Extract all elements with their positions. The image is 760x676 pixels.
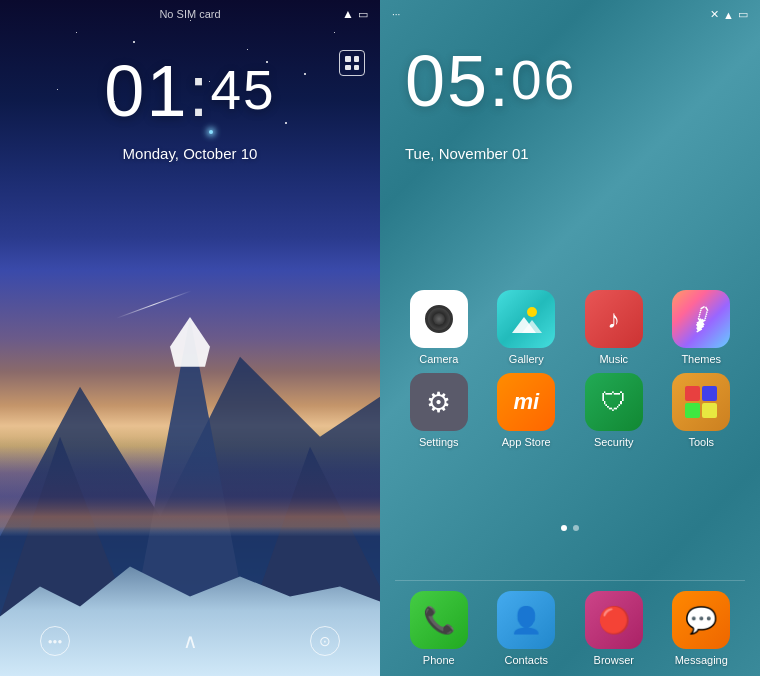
page-dots: [380, 525, 760, 531]
app-item-tools[interactable]: Tools: [662, 373, 740, 448]
camera-app-label: Camera: [419, 353, 458, 365]
gallery-inner: [507, 305, 545, 333]
svg-marker-2: [170, 316, 210, 366]
grid-dot-1: [345, 56, 351, 62]
dock-item-contacts[interactable]: 👤 Contacts: [487, 591, 565, 666]
svg-rect-6: [0, 436, 380, 536]
browser-app-label: Browser: [594, 654, 634, 666]
lock-screen: No SIM card ▲ ▭ 01:45 Monday, October 10…: [0, 0, 380, 676]
dock-item-browser[interactable]: 🔴 Browser: [575, 591, 653, 666]
app-item-gallery[interactable]: Gallery: [487, 290, 565, 365]
appstore-app-icon: mi: [497, 373, 555, 431]
dock-divider: [395, 580, 745, 581]
app-row-2: ⚙ Settings mi App Store 🛡 Security: [395, 373, 745, 448]
app-item-camera[interactable]: Camera: [400, 290, 478, 365]
dock-item-phone[interactable]: 📞 Phone: [400, 591, 478, 666]
grid-dot-3: [345, 65, 351, 71]
tools-cell-4: [702, 403, 717, 418]
app-grid: Camera Gallery ♪ Music: [380, 290, 760, 456]
app-item-settings[interactable]: ⚙ Settings: [400, 373, 478, 448]
right-x-icon: ✕: [710, 8, 719, 21]
home-colon: :: [489, 41, 511, 121]
security-shield-icon: 🛡: [601, 387, 627, 418]
home-hours: 05: [405, 41, 489, 121]
tools-grid-icon: [685, 386, 717, 418]
right-signal-icon: ···: [392, 9, 400, 20]
phone-icon: 📞: [423, 605, 455, 636]
home-date: Tue, November 01: [405, 145, 529, 162]
tools-app-label: Tools: [688, 436, 714, 448]
contacts-icon: 👤: [510, 605, 542, 636]
tools-cell-2: [702, 386, 717, 401]
contacts-app-label: Contacts: [505, 654, 548, 666]
lock-hours: 01: [104, 51, 188, 131]
camera-lens: [425, 305, 453, 333]
camera-circle-icon: ⊙: [319, 633, 331, 649]
messaging-icon: 💬: [685, 605, 717, 636]
gallery-app-icon: [497, 290, 555, 348]
mountain-svg: [0, 237, 380, 676]
app-row-1: Camera Gallery ♪ Music: [395, 290, 745, 365]
page-dot-2: [573, 525, 579, 531]
settings-gear-icon: ⚙: [426, 386, 451, 419]
mi-logo: mi: [513, 389, 539, 415]
music-note-icon: ♪: [607, 304, 620, 335]
messaging-app-label: Messaging: [675, 654, 728, 666]
lock-bottom-controls: ●●● ∧ ⊙: [0, 626, 380, 656]
phone-app-icon: 📞: [410, 591, 468, 649]
lock-colon: :: [188, 51, 210, 131]
lock-date: Monday, October 10: [123, 145, 258, 162]
settings-app-icon: ⚙: [410, 373, 468, 431]
security-app-label: Security: [594, 436, 634, 448]
grid-icon[interactable]: [339, 50, 365, 76]
left-status-icons: ▲ ▭: [342, 7, 368, 21]
contacts-app-icon: 👤: [497, 591, 555, 649]
gallery-sun: [527, 307, 537, 317]
right-status-right: ✕ ▲ ▭: [710, 8, 748, 21]
browser-icon: 🔴: [598, 605, 630, 636]
phone-app-label: Phone: [423, 654, 455, 666]
app-item-appstore[interactable]: mi App Store: [487, 373, 565, 448]
themes-app-icon: 🖌: [672, 290, 730, 348]
dock-row: 📞 Phone 👤 Contacts 🔴 Browser 💬 Messaging: [380, 591, 760, 666]
grid-dot-2: [354, 56, 360, 62]
music-app-label: Music: [599, 353, 628, 365]
lock-time: 01:45: [104, 50, 275, 132]
app-item-music[interactable]: ♪ Music: [575, 290, 653, 365]
home-minutes: 06: [511, 48, 576, 112]
app-item-security[interactable]: 🛡 Security: [575, 373, 653, 448]
home-screen: ··· ✕ ▲ ▭ 05:06 Tue, November 01 Camera: [380, 0, 760, 676]
up-arrow-icon: ∧: [183, 630, 198, 652]
music-app-icon: ♪: [585, 290, 643, 348]
dock-item-messaging[interactable]: 💬 Messaging: [662, 591, 740, 666]
right-battery-icon: ▭: [738, 8, 748, 21]
browser-app-icon: 🔴: [585, 591, 643, 649]
camera-app-icon: [410, 290, 468, 348]
circle-icon: ●●●: [48, 637, 63, 646]
security-app-icon: 🛡: [585, 373, 643, 431]
lock-unlock-arrow[interactable]: ∧: [183, 629, 198, 653]
grid-dot-4: [354, 65, 360, 71]
right-wifi-icon: ▲: [723, 9, 734, 21]
right-status-bar: ··· ✕ ▲ ▭: [380, 8, 760, 21]
themes-brush-icon: 🖌: [684, 301, 719, 337]
gallery-mountain-right: [522, 320, 542, 333]
page-dot-1: [561, 525, 567, 531]
appstore-app-label: App Store: [502, 436, 551, 448]
tools-cell-1: [685, 386, 700, 401]
messaging-app-icon: 💬: [672, 591, 730, 649]
gallery-app-label: Gallery: [509, 353, 544, 365]
left-battery-icon: ▭: [358, 8, 368, 21]
lock-minutes: 45: [210, 58, 275, 122]
settings-app-label: Settings: [419, 436, 459, 448]
tools-app-icon: [672, 373, 730, 431]
home-time: 05:06: [405, 40, 576, 122]
tools-cell-3: [685, 403, 700, 418]
left-status-bar: No SIM card ▲ ▭: [0, 8, 380, 20]
themes-app-label: Themes: [681, 353, 721, 365]
right-signal-area: ···: [392, 9, 400, 20]
left-no-sim-text: No SIM card: [159, 8, 220, 20]
lock-camera-icon[interactable]: ⊙: [310, 626, 340, 656]
lock-left-icon[interactable]: ●●●: [40, 626, 70, 656]
app-item-themes[interactable]: 🖌 Themes: [662, 290, 740, 365]
